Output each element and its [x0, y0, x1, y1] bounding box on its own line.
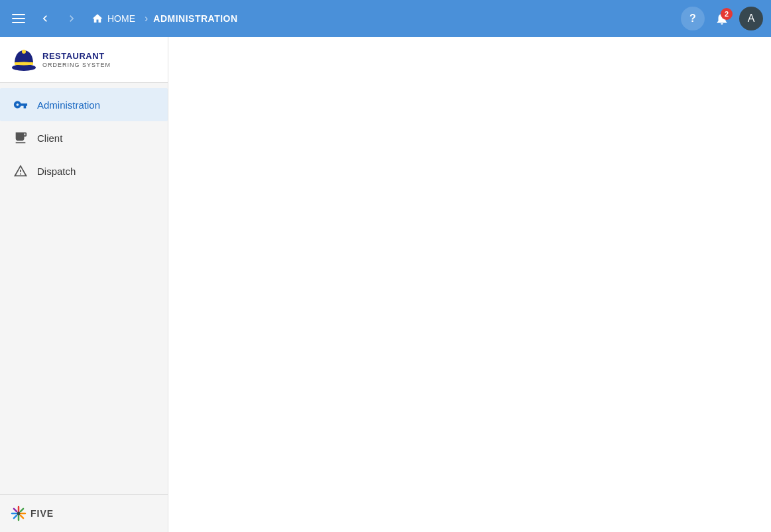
- home-nav[interactable]: HOME: [88, 10, 139, 27]
- forward-button[interactable]: [61, 9, 82, 28]
- menu-button[interactable]: [8, 10, 29, 27]
- svg-line-11: [14, 515, 17, 518]
- user-avatar[interactable]: A: [739, 7, 763, 30]
- breadcrumb-separator: ›: [145, 13, 148, 25]
- sidebar-footer: FIVE: [0, 494, 168, 532]
- svg-line-9: [21, 515, 23, 518]
- dispatch-icon: [13, 164, 28, 178]
- sidebar-item-client[interactable]: Client: [0, 121, 168, 154]
- svg-line-10: [21, 509, 23, 511]
- svg-point-3: [22, 50, 26, 54]
- logo-text: RESTAURANT ORDERING SYSTEM: [42, 51, 111, 68]
- topbar: HOME › ADMINISTRATION ? 2 A: [0, 0, 771, 37]
- current-page-label: ADMINISTRATION: [153, 13, 237, 24]
- notification-button[interactable]: 2: [710, 7, 734, 30]
- svg-point-12: [17, 512, 21, 515]
- five-logo-icon: [11, 505, 27, 521]
- content-area: [168, 37, 771, 532]
- sidebar: RESTAURANT ORDERING SYSTEM Administratio…: [0, 37, 168, 532]
- sidebar-logo: RESTAURANT ORDERING SYSTEM: [0, 37, 168, 83]
- home-label: HOME: [107, 13, 135, 24]
- client-icon: [13, 131, 28, 145]
- logo-icon: [11, 46, 37, 73]
- back-button[interactable]: [34, 9, 56, 28]
- sidebar-item-dispatch-label: Dispatch: [37, 166, 76, 177]
- sidebar-item-administration[interactable]: Administration: [0, 88, 168, 121]
- help-button[interactable]: ?: [681, 7, 705, 30]
- notification-badge: 2: [721, 8, 733, 20]
- sidebar-nav: Administration Client Dispatch: [0, 83, 168, 494]
- sidebar-item-dispatch[interactable]: Dispatch: [0, 154, 168, 187]
- sidebar-item-administration-label: Administration: [37, 99, 100, 111]
- main-layout: RESTAURANT ORDERING SYSTEM Administratio…: [0, 37, 771, 532]
- five-logo-text: FIVE: [30, 508, 54, 519]
- logo-restaurant: RESTAURANT: [42, 51, 111, 62]
- five-logo: FIVE: [11, 505, 157, 521]
- key-icon: [13, 97, 28, 112]
- svg-line-8: [14, 509, 17, 511]
- sidebar-item-client-label: Client: [37, 133, 62, 144]
- logo-ordering: ORDERING SYSTEM: [42, 62, 111, 68]
- svg-point-2: [15, 62, 33, 66]
